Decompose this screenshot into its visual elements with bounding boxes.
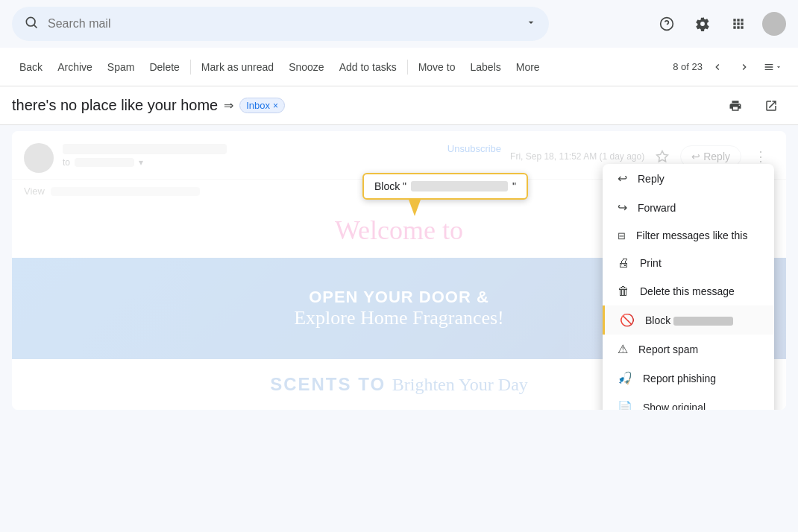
context-menu: ↩ Reply ↪ Forward ⊟ Filter messages like… (603, 164, 774, 410)
block-tooltip-arrow (409, 200, 421, 216)
toolbar-right: 8 of 23 (673, 55, 786, 79)
svg-line-1 (34, 25, 37, 28)
block-tooltip-prefix: Block " (374, 180, 406, 192)
reply-label: Reply (703, 151, 730, 162)
subject-arrow-icon: ⇒ (224, 98, 233, 113)
forward-menu-icon: ↪ (618, 200, 627, 215)
menu-block-label: Block (645, 314, 759, 326)
top-right-icons (652, 9, 786, 39)
menu-item-print[interactable]: 🖨 Print (603, 249, 774, 277)
view-text: View (24, 186, 45, 197)
delete-menu-icon: 🗑 (618, 285, 629, 298)
snooze-button[interactable]: Snooze (281, 57, 331, 77)
sender-avatar (24, 143, 54, 173)
block-tooltip-name-placeholder (411, 181, 508, 191)
menu-item-filter[interactable]: ⊟ Filter messages like this (603, 222, 774, 249)
menu-reply-label: Reply (638, 173, 759, 185)
add-tasks-button[interactable]: Add to tasks (332, 57, 404, 77)
inbox-chip-label: Inbox (246, 100, 270, 111)
menu-item-report-phishing[interactable]: 🎣 Report phishing (603, 364, 774, 393)
menu-item-forward[interactable]: ↪ Forward (603, 193, 774, 222)
menu-spam-label: Report spam (638, 343, 759, 355)
block-tooltip-suffix: " (512, 180, 516, 192)
search-bar (0, 0, 798, 48)
inbox-chip-close[interactable]: × (273, 101, 278, 111)
toolbar-divider-1 (190, 60, 191, 75)
sender-name-placeholder (63, 144, 227, 154)
to-label: to (63, 157, 70, 168)
menu-item-reply[interactable]: ↩ Reply (603, 164, 774, 193)
menu-phishing-label: Report phishing (643, 373, 759, 384)
menu-print-label: Print (640, 257, 759, 269)
block-name-placeholder (673, 317, 733, 326)
menu-filter-label: Filter messages like this (636, 229, 759, 241)
archive-button[interactable]: Archive (50, 57, 100, 77)
view-link-placeholder (51, 187, 200, 196)
menu-forward-label: Forward (638, 202, 759, 214)
menu-item-report-spam[interactable]: ⚠ Report spam (603, 335, 774, 364)
to-dropdown-icon[interactable]: ▾ (139, 157, 143, 168)
filter-menu-icon: ⊟ (618, 230, 626, 241)
next-email-button[interactable] (732, 55, 756, 79)
view-options-button[interactable] (759, 55, 786, 79)
scents-text1: SCENTS TO (270, 374, 386, 394)
back-button[interactable]: Back (12, 57, 50, 77)
menu-original-label: Show original (643, 402, 759, 411)
more-button[interactable]: More (509, 57, 547, 77)
subject-bar: there's no place like your home ⇒ Inbox … (0, 86, 798, 125)
search-icon (24, 15, 39, 33)
search-input[interactable] (48, 17, 516, 31)
menu-item-show-original[interactable]: 📄 Show original (603, 393, 774, 410)
email-meta: Unsubscribe to ▾ (63, 143, 501, 168)
open-new-tab-button[interactable] (756, 91, 786, 121)
unsubscribe-link[interactable]: Unsubscribe (447, 143, 501, 154)
email-area: Unsubscribe to ▾ Fri, Sep 18, 11:52 AM (… (0, 125, 798, 416)
labels-button[interactable]: Labels (462, 57, 508, 77)
settings-button[interactable] (688, 9, 717, 39)
svg-point-0 (26, 17, 35, 26)
toolbar-divider-2 (407, 60, 408, 75)
to-placeholder (75, 158, 134, 167)
prev-email-button[interactable] (706, 55, 729, 79)
email-date: Fri, Sep 18, 11:52 AM (1 day ago) (510, 151, 644, 162)
help-button[interactable] (652, 9, 682, 39)
menu-item-delete[interactable]: 🗑 Delete this message (603, 277, 774, 305)
reply-icon: ↩ (691, 151, 700, 162)
phishing-menu-icon: 🎣 (618, 371, 632, 385)
search-dropdown-icon[interactable] (525, 16, 537, 31)
print-button[interactable] (720, 91, 750, 121)
email-subject: there's no place like your home (12, 97, 218, 114)
block-menu-icon: 🚫 (620, 313, 635, 327)
scents-text2: Brighten Your Day (392, 375, 528, 394)
svg-marker-4 (657, 151, 668, 162)
print-menu-icon: 🖨 (618, 256, 629, 270)
email-counter: 8 of 23 (673, 61, 703, 72)
menu-delete-label: Delete this message (640, 285, 759, 297)
spam-menu-icon: ⚠ (618, 342, 628, 356)
delete-button[interactable]: Delete (142, 57, 186, 77)
block-tooltip: Block " " (362, 173, 528, 200)
apps-button[interactable] (723, 9, 753, 39)
mark-unread-button[interactable]: Mark as unread (194, 57, 281, 77)
original-menu-icon: 📄 (618, 400, 632, 410)
search-input-wrap[interactable] (12, 7, 549, 41)
move-to-button[interactable]: Move to (411, 57, 463, 77)
subject-right-icons (720, 91, 786, 121)
user-avatar[interactable] (762, 12, 786, 36)
inbox-chip[interactable]: Inbox × (239, 98, 285, 113)
reply-menu-icon: ↩ (618, 171, 627, 186)
spam-button[interactable]: Spam (100, 57, 142, 77)
toolbar: Back Archive Spam Delete Mark as unread … (0, 48, 798, 86)
menu-item-block[interactable]: 🚫 Block (603, 305, 774, 335)
